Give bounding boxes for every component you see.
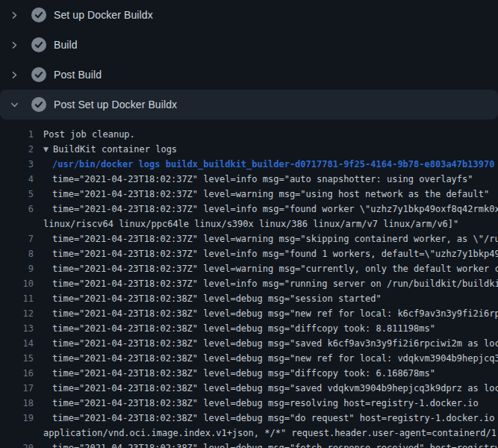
line-number-link[interactable] bbox=[0, 426, 34, 441]
chevron-down-icon bbox=[9, 99, 19, 110]
chevron-right-icon bbox=[9, 10, 19, 20]
log-text: time="2021-04-23T18:02:38Z" level=debug … bbox=[34, 396, 479, 411]
line-number-link[interactable] bbox=[0, 217, 34, 231]
line-number-link[interactable]: 13 bbox=[0, 321, 34, 336]
log-text: /usr/bin/docker logs buildx_buildkit_bui… bbox=[34, 157, 494, 172]
log-group-toggle[interactable]: ▼BuildKit container logs bbox=[34, 142, 177, 157]
log-row: 8 time="2021-04-23T18:02:37Z" level=info… bbox=[0, 246, 498, 261]
log-row: 2 ▼BuildKit container logs bbox=[0, 142, 498, 157]
log-row: 20 time="2021-04-23T18:02:38Z" level=deb… bbox=[0, 441, 498, 448]
line-number-link[interactable]: 17 bbox=[0, 381, 34, 396]
log-row: 7 time="2021-04-23T18:02:37Z" level=warn… bbox=[0, 231, 498, 246]
log-panel: 1 Post job cleanup. 2 ▼BuildKit containe… bbox=[0, 119, 498, 448]
log-text: application/vnd.oci.image.index.v1+json,… bbox=[34, 426, 498, 441]
log-row: 5 time="2021-04-23T18:02:37Z" level=warn… bbox=[0, 187, 498, 202]
log-text: time="2021-04-23T18:02:38Z" level=debug … bbox=[34, 321, 435, 336]
line-number-link[interactable]: 3 bbox=[0, 157, 34, 172]
line-number-link[interactable]: 4 bbox=[0, 172, 34, 187]
log-text: time="2021-04-23T18:02:38Z" level=debug … bbox=[34, 411, 498, 426]
log-row: 15 time="2021-04-23T18:02:38Z" level=deb… bbox=[0, 351, 498, 366]
log-row: application/vnd.oci.image.index.v1+json,… bbox=[0, 426, 498, 441]
log-row: 13 time="2021-04-23T18:02:38Z" level=deb… bbox=[0, 321, 498, 336]
log-row: 18 time="2021-04-23T18:02:38Z" level=deb… bbox=[0, 396, 498, 411]
line-number-link[interactable]: 5 bbox=[0, 187, 34, 202]
group-collapse-triangle-icon[interactable]: ▼ bbox=[43, 142, 49, 157]
line-number-link[interactable]: 6 bbox=[0, 202, 34, 217]
log-text: time="2021-04-23T18:02:37Z" level=info m… bbox=[34, 246, 498, 261]
log-text: time="2021-04-23T18:02:37Z" level=info m… bbox=[34, 172, 473, 187]
log-text: time="2021-04-23T18:02:38Z" level=debug … bbox=[34, 291, 382, 306]
line-number-link[interactable]: 12 bbox=[0, 306, 34, 321]
log-text: linux/riscv64 linux/ppc64le linux/s390x … bbox=[34, 217, 458, 231]
line-number-link[interactable]: 2 bbox=[0, 142, 34, 157]
line-number-link[interactable]: 14 bbox=[0, 336, 34, 351]
log-row: 16 time="2021-04-23T18:02:38Z" level=deb… bbox=[0, 366, 498, 381]
line-number-link[interactable]: 20 bbox=[0, 441, 34, 448]
line-number-link[interactable]: 7 bbox=[0, 231, 34, 246]
log-row: 6 time="2021-04-23T18:02:37Z" level=info… bbox=[0, 202, 498, 217]
log-row: 3 /usr/bin/docker logs buildx_buildkit_b… bbox=[0, 157, 498, 172]
line-number-link[interactable]: 9 bbox=[0, 261, 34, 276]
steps-list: Set up Docker Buildx Build P bbox=[0, 0, 498, 119]
check-circle-icon bbox=[31, 67, 46, 82]
log-text: time="2021-04-23T18:02:37Z" level=warnin… bbox=[34, 261, 498, 276]
line-number-link[interactable]: 11 bbox=[0, 291, 34, 306]
log-row: 11 time="2021-04-23T18:02:38Z" level=deb… bbox=[0, 291, 498, 306]
log-row: linux/riscv64 linux/ppc64le linux/s390x … bbox=[0, 217, 498, 231]
log-text: time="2021-04-23T18:02:37Z" level=warnin… bbox=[34, 187, 489, 202]
log-row: 9 time="2021-04-23T18:02:37Z" level=warn… bbox=[0, 261, 498, 276]
log-row: 10 time="2021-04-23T18:02:37Z" level=inf… bbox=[0, 276, 498, 291]
check-circle-icon bbox=[31, 7, 46, 22]
line-number-link[interactable]: 16 bbox=[0, 366, 34, 381]
log-row: 4 time="2021-04-23T18:02:37Z" level=info… bbox=[0, 172, 498, 187]
log-text: time="2021-04-23T18:02:38Z" level=debug … bbox=[34, 381, 498, 396]
log-text: time="2021-04-23T18:02:37Z" level=warnin… bbox=[34, 231, 498, 246]
line-number-link[interactable]: 19 bbox=[0, 411, 34, 426]
check-circle-icon bbox=[31, 97, 46, 112]
log-row: 17 time="2021-04-23T18:02:38Z" level=deb… bbox=[0, 381, 498, 396]
log-text: time="2021-04-23T18:02:38Z" level=debug … bbox=[34, 441, 498, 448]
log-row: 19 time="2021-04-23T18:02:38Z" level=deb… bbox=[0, 411, 498, 426]
line-number-link[interactable]: 8 bbox=[0, 246, 34, 261]
log-text: time="2021-04-23T18:02:38Z" level=debug … bbox=[34, 336, 498, 351]
step-header-3[interactable]: Post Set up Docker Buildx bbox=[0, 90, 498, 119]
step-label: Build bbox=[54, 39, 78, 51]
log-text: Post job cleanup. bbox=[34, 127, 135, 142]
chevron-right-icon bbox=[9, 69, 19, 80]
check-circle-icon bbox=[31, 37, 46, 52]
log-row: 1 Post job cleanup. bbox=[0, 127, 498, 142]
line-number-link[interactable]: 15 bbox=[0, 351, 34, 366]
log-text: time="2021-04-23T18:02:38Z" level=debug … bbox=[34, 306, 498, 321]
step-header-0[interactable]: Set up Docker Buildx bbox=[0, 0, 498, 30]
line-number-link[interactable]: 18 bbox=[0, 396, 34, 411]
step-header-2[interactable]: Post Build bbox=[0, 60, 498, 90]
line-number-link[interactable]: 10 bbox=[0, 276, 34, 291]
step-label: Post Build bbox=[54, 69, 102, 81]
log-row: 12 time="2021-04-23T18:02:38Z" level=deb… bbox=[0, 306, 498, 321]
step-label: Post Set up Docker Buildx bbox=[54, 99, 177, 111]
line-number-link[interactable]: 1 bbox=[0, 127, 34, 142]
log-text: time="2021-04-23T18:02:37Z" level=info m… bbox=[34, 276, 498, 291]
actions-log-viewer: Set up Docker Buildx Build P bbox=[0, 0, 498, 448]
log-text: time="2021-04-23T18:02:37Z" level=info m… bbox=[34, 202, 498, 217]
chevron-right-icon bbox=[9, 40, 19, 50]
log-row: 14 time="2021-04-23T18:02:38Z" level=deb… bbox=[0, 336, 498, 351]
step-label: Set up Docker Buildx bbox=[54, 9, 153, 21]
log-text: time="2021-04-23T18:02:38Z" level=debug … bbox=[34, 366, 435, 381]
log-text: time="2021-04-23T18:02:38Z" level=debug … bbox=[34, 351, 498, 366]
step-header-1[interactable]: Build bbox=[0, 30, 498, 60]
